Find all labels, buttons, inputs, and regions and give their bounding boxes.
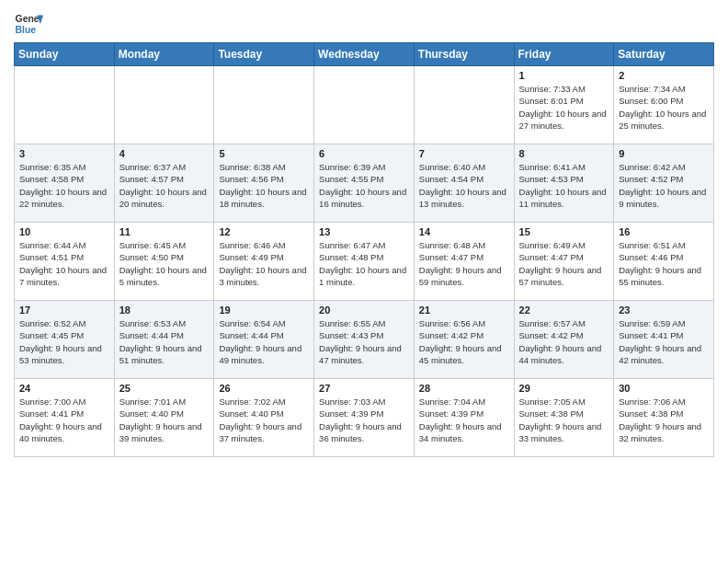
calendar-cell: 24Sunrise: 7:00 AM Sunset: 4:41 PM Dayli…	[15, 379, 115, 457]
calendar-cell: 13Sunrise: 6:47 AM Sunset: 4:48 PM Dayli…	[314, 223, 415, 301]
calendar-week-2: 3Sunrise: 6:35 AM Sunset: 4:58 PM Daylig…	[15, 144, 714, 223]
day-number: 24	[19, 383, 109, 394]
day-info: Sunrise: 7:02 AM Sunset: 4:40 PM Dayligh…	[219, 396, 309, 444]
day-info: Sunrise: 6:49 AM Sunset: 4:47 PM Dayligh…	[519, 239, 609, 288]
day-info: Sunrise: 7:03 AM Sunset: 4:39 PM Dayligh…	[319, 396, 409, 444]
day-number: 3	[19, 148, 109, 159]
calendar-cell: 10Sunrise: 6:44 AM Sunset: 4:51 PM Dayli…	[15, 223, 115, 301]
calendar-cell: 1Sunrise: 7:33 AM Sunset: 6:01 PM Daylig…	[514, 66, 614, 144]
day-info: Sunrise: 6:54 AM Sunset: 4:44 PM Dayligh…	[219, 317, 309, 366]
column-header-sunday: Sunday	[15, 43, 115, 66]
calendar-week-5: 24Sunrise: 7:00 AM Sunset: 4:41 PM Dayli…	[15, 379, 714, 457]
calendar-cell: 28Sunrise: 7:04 AM Sunset: 4:39 PM Dayli…	[414, 379, 514, 457]
day-number: 7	[419, 148, 509, 159]
day-number: 28	[419, 383, 509, 394]
calendar-cell	[114, 66, 214, 144]
day-info: Sunrise: 6:57 AM Sunset: 4:42 PM Dayligh…	[519, 317, 609, 366]
calendar-cell: 8Sunrise: 6:41 AM Sunset: 4:53 PM Daylig…	[514, 144, 614, 223]
day-info: Sunrise: 6:53 AM Sunset: 4:44 PM Dayligh…	[119, 317, 210, 366]
day-info: Sunrise: 7:33 AM Sunset: 6:01 PM Dayligh…	[519, 83, 609, 132]
calendar-cell: 16Sunrise: 6:51 AM Sunset: 4:46 PM Dayli…	[614, 223, 714, 301]
calendar-cell: 11Sunrise: 6:45 AM Sunset: 4:50 PM Dayli…	[114, 223, 214, 301]
calendar-cell: 23Sunrise: 6:59 AM Sunset: 4:41 PM Dayli…	[614, 301, 714, 379]
day-number: 1	[519, 70, 609, 81]
calendar-cell: 25Sunrise: 7:01 AM Sunset: 4:40 PM Dayli…	[114, 379, 214, 457]
column-header-saturday: Saturday	[614, 43, 714, 66]
day-info: Sunrise: 6:56 AM Sunset: 4:42 PM Dayligh…	[419, 317, 509, 366]
calendar-cell: 26Sunrise: 7:02 AM Sunset: 4:40 PM Dayli…	[214, 379, 314, 457]
day-number: 6	[319, 148, 409, 159]
day-info: Sunrise: 6:52 AM Sunset: 4:45 PM Dayligh…	[19, 317, 109, 366]
calendar-cell	[15, 66, 115, 144]
day-info: Sunrise: 7:05 AM Sunset: 4:38 PM Dayligh…	[519, 396, 609, 444]
calendar-cell: 4Sunrise: 6:37 AM Sunset: 4:57 PM Daylig…	[114, 144, 214, 223]
calendar-body: 1Sunrise: 7:33 AM Sunset: 6:01 PM Daylig…	[15, 66, 714, 457]
day-info: Sunrise: 7:34 AM Sunset: 6:00 PM Dayligh…	[619, 83, 709, 132]
day-number: 5	[219, 148, 309, 159]
column-header-thursday: Thursday	[414, 43, 514, 66]
day-info: Sunrise: 6:38 AM Sunset: 4:56 PM Dayligh…	[219, 161, 309, 210]
day-info: Sunrise: 6:48 AM Sunset: 4:47 PM Dayligh…	[419, 239, 509, 288]
day-info: Sunrise: 6:45 AM Sunset: 4:50 PM Dayligh…	[119, 239, 210, 288]
day-number: 9	[619, 148, 709, 159]
header-row: SundayMondayTuesdayWednesdayThursdayFrid…	[15, 43, 714, 66]
day-number: 20	[319, 304, 409, 316]
calendar-cell: 5Sunrise: 6:38 AM Sunset: 4:56 PM Daylig…	[214, 144, 314, 223]
calendar-cell: 21Sunrise: 6:56 AM Sunset: 4:42 PM Dayli…	[414, 301, 514, 379]
calendar-cell	[314, 66, 415, 144]
calendar-week-4: 17Sunrise: 6:52 AM Sunset: 4:45 PM Dayli…	[15, 301, 714, 379]
day-info: Sunrise: 6:35 AM Sunset: 4:58 PM Dayligh…	[19, 161, 109, 210]
day-info: Sunrise: 6:39 AM Sunset: 4:55 PM Dayligh…	[319, 161, 409, 210]
day-number: 29	[519, 383, 609, 394]
day-info: Sunrise: 7:06 AM Sunset: 4:38 PM Dayligh…	[619, 396, 709, 444]
calendar-cell: 3Sunrise: 6:35 AM Sunset: 4:58 PM Daylig…	[15, 144, 115, 223]
day-number: 21	[419, 304, 509, 316]
calendar-cell: 6Sunrise: 6:39 AM Sunset: 4:55 PM Daylig…	[314, 144, 415, 223]
calendar-header: SundayMondayTuesdayWednesdayThursdayFrid…	[15, 43, 714, 66]
day-number: 11	[119, 226, 210, 237]
day-number: 8	[519, 148, 609, 159]
calendar-cell: 18Sunrise: 6:53 AM Sunset: 4:44 PM Dayli…	[114, 301, 214, 379]
calendar-cell: 7Sunrise: 6:40 AM Sunset: 4:54 PM Daylig…	[414, 144, 514, 223]
day-info: Sunrise: 6:40 AM Sunset: 4:54 PM Dayligh…	[419, 161, 509, 210]
day-number: 18	[119, 304, 210, 316]
day-info: Sunrise: 6:42 AM Sunset: 4:52 PM Dayligh…	[619, 161, 709, 210]
calendar-cell: 30Sunrise: 7:06 AM Sunset: 4:38 PM Dayli…	[614, 379, 714, 457]
calendar-cell: 9Sunrise: 6:42 AM Sunset: 4:52 PM Daylig…	[614, 144, 714, 223]
calendar-cell: 27Sunrise: 7:03 AM Sunset: 4:39 PM Dayli…	[314, 379, 415, 457]
calendar-cell: 19Sunrise: 6:54 AM Sunset: 4:44 PM Dayli…	[214, 301, 314, 379]
calendar-cell: 2Sunrise: 7:34 AM Sunset: 6:00 PM Daylig…	[614, 66, 714, 144]
day-number: 19	[219, 304, 309, 316]
day-info: Sunrise: 7:00 AM Sunset: 4:41 PM Dayligh…	[19, 396, 109, 444]
page-header: General Blue	[14, 9, 714, 39]
day-number: 4	[119, 148, 210, 159]
day-number: 30	[619, 383, 709, 394]
calendar-cell: 15Sunrise: 6:49 AM Sunset: 4:47 PM Dayli…	[514, 223, 614, 301]
day-info: Sunrise: 6:41 AM Sunset: 4:53 PM Dayligh…	[519, 161, 609, 210]
calendar-week-1: 1Sunrise: 7:33 AM Sunset: 6:01 PM Daylig…	[15, 66, 714, 144]
column-header-friday: Friday	[514, 43, 614, 66]
day-number: 15	[519, 226, 609, 237]
day-number: 12	[219, 226, 309, 237]
logo: General Blue	[14, 9, 43, 39]
day-number: 23	[619, 304, 709, 316]
day-number: 27	[319, 383, 409, 394]
calendar-cell: 14Sunrise: 6:48 AM Sunset: 4:47 PM Dayli…	[414, 223, 514, 301]
calendar-cell: 12Sunrise: 6:46 AM Sunset: 4:49 PM Dayli…	[214, 223, 314, 301]
day-info: Sunrise: 6:51 AM Sunset: 4:46 PM Dayligh…	[619, 239, 709, 288]
calendar-cell: 20Sunrise: 6:55 AM Sunset: 4:43 PM Dayli…	[314, 301, 415, 379]
logo-icon: General Blue	[14, 9, 43, 39]
calendar-table: SundayMondayTuesdayWednesdayThursdayFrid…	[14, 42, 714, 457]
day-number: 14	[419, 226, 509, 237]
day-info: Sunrise: 6:47 AM Sunset: 4:48 PM Dayligh…	[319, 239, 409, 288]
day-number: 25	[119, 383, 210, 394]
column-header-wednesday: Wednesday	[314, 43, 415, 66]
calendar-cell: 22Sunrise: 6:57 AM Sunset: 4:42 PM Dayli…	[514, 301, 614, 379]
column-header-tuesday: Tuesday	[214, 43, 314, 66]
day-info: Sunrise: 7:04 AM Sunset: 4:39 PM Dayligh…	[419, 396, 509, 444]
day-number: 13	[319, 226, 409, 237]
day-number: 22	[519, 304, 609, 316]
day-number: 10	[19, 226, 109, 237]
column-header-monday: Monday	[114, 43, 214, 66]
day-number: 2	[619, 70, 709, 81]
